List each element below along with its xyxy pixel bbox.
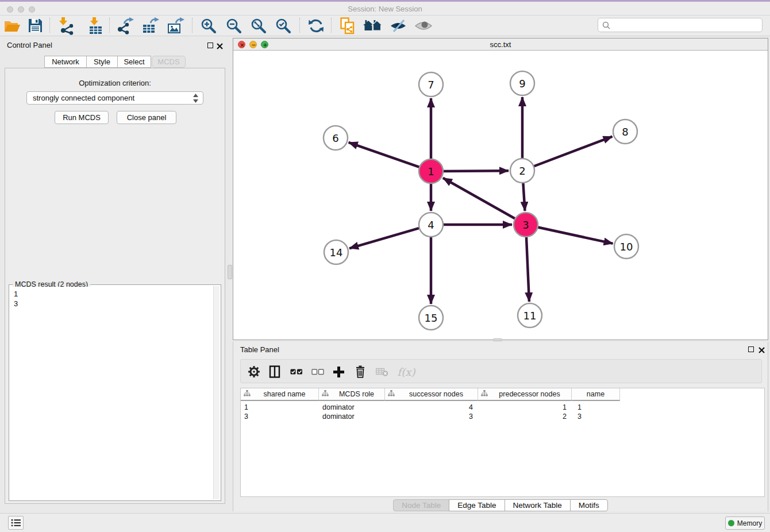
horizontal-splitter-grip[interactable] (493, 338, 502, 341)
run-mcds-button[interactable]: Run MCDS (55, 111, 109, 124)
edge-2-8[interactable] (533, 137, 613, 167)
result-item: 3 (14, 299, 213, 309)
graph-node-2[interactable]: 2 (510, 159, 534, 183)
search-input[interactable] (613, 21, 762, 29)
new-network-from-selection-icon[interactable] (337, 16, 359, 35)
cell-mcds-role[interactable]: dominator (319, 403, 385, 412)
vertical-splitter-grip[interactable] (228, 265, 232, 279)
graph-node-11[interactable]: 11 (518, 303, 542, 327)
zoom-out-icon[interactable] (223, 16, 245, 35)
tab-network[interactable]: Network (44, 56, 87, 68)
control-panel-close-icon[interactable] (217, 41, 223, 52)
edge-1-2[interactable] (442, 171, 509, 171)
toolbar-separator (299, 18, 300, 33)
edge-3-11[interactable] (526, 236, 529, 302)
function-fx-label: f(x) (398, 366, 415, 378)
toolbar-separator (192, 18, 192, 33)
cell-name[interactable]: 3 (572, 412, 620, 421)
tab-select[interactable]: Select (117, 56, 151, 68)
unselect-all-columns-icon[interactable] (308, 360, 328, 384)
cell-successor-nodes[interactable]: 4 (385, 403, 478, 412)
cell-shared-name[interactable]: 3 (241, 412, 319, 421)
cell-name[interactable]: 1 (572, 403, 620, 412)
hierarchy-icon (481, 390, 488, 398)
control-panel-float-icon[interactable] (207, 43, 213, 48)
tab-style[interactable]: Style (86, 56, 118, 68)
graph-node-15[interactable]: 15 (419, 306, 443, 330)
save-session-icon[interactable] (24, 16, 46, 35)
hide-selected-eye-slash-icon[interactable] (387, 16, 409, 35)
edge-3-1[interactable] (443, 178, 517, 219)
select-all-columns-icon[interactable] (287, 360, 306, 384)
cell-predecessor-nodes[interactable]: 2 (478, 412, 572, 421)
export-image-icon[interactable] (165, 16, 187, 35)
close-panel-button[interactable]: Close panel (117, 111, 176, 124)
table-toolbar: f(x) (240, 359, 762, 383)
graph-node-6[interactable]: 6 (324, 126, 348, 150)
import-network-icon[interactable] (55, 16, 76, 35)
edge-2-3[interactable] (523, 182, 525, 211)
column-header-shared-name[interactable]: shared name (241, 388, 319, 401)
network-graph[interactable]: 1234678910111415 (233, 51, 768, 340)
import-table-icon[interactable] (84, 16, 106, 35)
refresh-view-icon[interactable] (305, 16, 327, 35)
tab-network-table[interactable]: Network Table (505, 499, 571, 511)
table-panel-close-icon[interactable] (759, 345, 765, 356)
graph-node-label: 11 (523, 310, 537, 322)
graph-node-label: 9 (519, 78, 525, 90)
graph-node-8[interactable]: 8 (613, 119, 637, 144)
graph-node-label: 8 (622, 126, 628, 138)
graph-node-9[interactable]: 9 (510, 71, 534, 95)
tab-edge-table[interactable]: Edge Table (449, 499, 505, 511)
network-view[interactable]: 1234678910111415 (233, 51, 768, 340)
graph-node-1[interactable]: 1 (419, 159, 443, 183)
cell-shared-name[interactable]: 1 (241, 403, 319, 412)
table-settings-gear-icon[interactable] (244, 360, 264, 384)
graph-node-3[interactable]: 3 (514, 213, 538, 237)
export-table-icon[interactable] (140, 16, 161, 35)
graph-node-label: 15 (425, 312, 438, 324)
export-network-icon[interactable] (114, 16, 136, 35)
show-columns-icon[interactable] (265, 360, 284, 384)
delete-table-icon[interactable] (372, 360, 392, 384)
table-panel-float-icon[interactable] (748, 346, 754, 352)
table-header-row: shared name MCDS role successor nodes pr… (241, 388, 620, 401)
column-header-mcds-role[interactable]: MCDS role (319, 388, 385, 401)
show-all-eye-icon[interactable] (413, 16, 434, 35)
graph-node-label: 2 (519, 165, 525, 177)
cell-mcds-role[interactable]: dominator (319, 412, 385, 421)
apply-layout-icon[interactable] (362, 16, 384, 35)
tab-motifs[interactable]: Motifs (570, 499, 608, 511)
graph-node-4[interactable]: 4 (419, 213, 443, 237)
create-column-plus-icon[interactable] (329, 360, 348, 384)
zoom-fit-icon[interactable] (248, 16, 270, 35)
memory-button[interactable]: Memory (725, 516, 765, 530)
edge-1-6[interactable] (349, 142, 421, 168)
task-history-button[interactable] (8, 516, 24, 530)
network-window-titlebar[interactable]: scc.txt (233, 38, 768, 51)
cell-predecessor-nodes[interactable]: 1 (478, 403, 572, 412)
open-session-icon[interactable] (1, 16, 23, 35)
graph-node-7[interactable]: 7 (419, 72, 443, 97)
column-header-successor-nodes[interactable]: successor nodes (385, 388, 478, 401)
graph-node-14[interactable]: 14 (324, 240, 348, 264)
delete-columns-trash-icon[interactable] (351, 360, 370, 384)
column-header-predecessor-nodes[interactable]: predecessor nodes (478, 388, 572, 401)
zoom-in-icon[interactable] (198, 16, 220, 35)
table-row[interactable]: 1 dominator 4 1 1 (241, 403, 620, 412)
graph-node-10[interactable]: 10 (614, 234, 638, 259)
edge-3-10[interactable] (537, 227, 613, 244)
mcds-result-list[interactable]: 1 3 (10, 287, 213, 499)
cell-successor-nodes[interactable]: 3 (385, 412, 478, 421)
criterion-select[interactable]: strongly connected component (26, 91, 203, 105)
function-builder-button[interactable]: f(x) (394, 360, 419, 384)
network-window-title: scc.txt (233, 40, 768, 49)
column-header-name[interactable]: name (572, 388, 620, 401)
tab-mcds[interactable]: MCDS (152, 56, 186, 68)
tab-node-table[interactable]: Node Table (393, 499, 449, 511)
edge-4-14[interactable] (349, 228, 421, 248)
search-box[interactable] (598, 18, 763, 32)
table-row[interactable]: 3 dominator 3 2 3 (241, 412, 620, 421)
result-scrollbar[interactable] (213, 286, 220, 499)
zoom-selected-icon[interactable] (272, 16, 294, 35)
